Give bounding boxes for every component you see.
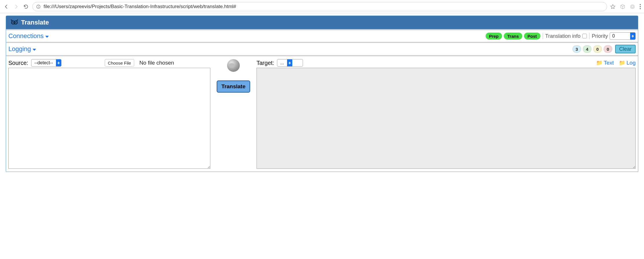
svg-point-6 <box>640 6 641 7</box>
owl-logo-icon <box>10 19 19 26</box>
connections-row: Connections Prep Trans Post Translation … <box>6 29 638 42</box>
svg-point-7 <box>640 8 641 9</box>
connections-toggle[interactable]: Connections <box>8 32 49 40</box>
priority-select[interactable]: 0 <box>610 32 636 40</box>
translation-info-label: Translation info <box>545 33 581 39</box>
source-textarea[interactable] <box>8 68 210 169</box>
svg-point-3 <box>630 5 634 8</box>
download-text-link[interactable]: 📁 Text <box>596 60 614 66</box>
extension-cube-icon[interactable] <box>620 4 626 10</box>
download-log-link[interactable]: 📁 Log <box>619 60 636 66</box>
log-count-info[interactable]: 3 <box>572 45 581 53</box>
bookmark-star-icon[interactable] <box>610 4 616 10</box>
svg-point-5 <box>640 4 641 5</box>
pill-post[interactable]: Post <box>524 33 540 40</box>
logging-toggle[interactable]: Logging <box>8 45 36 53</box>
divider <box>543 33 543 39</box>
globe-icon <box>227 59 240 72</box>
folder-download-icon: 📁 <box>596 60 602 66</box>
translation-info-checkbox[interactable] <box>582 34 587 38</box>
file-chosen-status: No file chosen <box>139 60 174 66</box>
pill-prep[interactable]: Prep <box>486 33 502 40</box>
site-info-icon[interactable] <box>36 4 41 9</box>
source-column: Source: --detect-- Choose File No file c… <box>8 58 210 169</box>
logging-label: Logging <box>8 45 31 53</box>
choose-file-button[interactable]: Choose File <box>105 59 134 67</box>
pill-trans[interactable]: Trans <box>504 33 522 40</box>
clear-log-button[interactable]: Clear <box>615 45 636 53</box>
connections-label: Connections <box>8 32 44 40</box>
source-language-select[interactable]: --detect-- <box>31 59 61 67</box>
divider <box>589 33 589 39</box>
target-language-select[interactable]: ... <box>277 59 303 67</box>
log-count-success[interactable]: 4 <box>583 45 591 53</box>
target-language-value: ... <box>277 60 287 65</box>
priority-label: Priority <box>592 33 608 39</box>
middle-column: Translate <box>210 58 257 93</box>
translate-area: Source: --detect-- Choose File No file c… <box>6 55 638 172</box>
app-title: Translate <box>21 19 49 26</box>
target-column: Target: ... 📁 Text 📁 Log <box>257 58 636 169</box>
back-button[interactable] <box>3 3 10 10</box>
log-count-warning[interactable]: 0 <box>593 45 602 53</box>
target-textarea[interactable] <box>257 68 636 169</box>
reload-button[interactable] <box>23 3 29 10</box>
select-arrows-icon <box>287 59 292 66</box>
app-container: Translate Connections Prep Trans Post Tr… <box>6 16 638 172</box>
svg-point-4 <box>632 5 634 7</box>
logging-row: Logging 3 4 0 0 Clear <box>6 42 638 55</box>
source-language-value: --detect-- <box>31 60 56 65</box>
target-label: Target: <box>257 60 274 66</box>
translate-button[interactable]: Translate <box>217 80 250 93</box>
select-arrows-icon <box>630 33 635 40</box>
source-label: Source: <box>8 60 28 66</box>
browser-menu-icon[interactable] <box>639 4 641 10</box>
svg-point-11 <box>15 22 16 23</box>
url-text: file:///Users/zapreevis/Projects/Basic-T… <box>44 4 236 10</box>
select-arrows-icon <box>56 59 61 66</box>
folder-download-icon: 📁 <box>619 60 625 66</box>
priority-value: 0 <box>610 33 630 39</box>
svg-point-10 <box>13 22 14 23</box>
extension-spiral-icon[interactable] <box>630 4 635 10</box>
svg-rect-2 <box>38 6 38 7</box>
address-bar[interactable]: file:///Users/zapreevis/Projects/Basic-T… <box>32 2 607 11</box>
log-count-error[interactable]: 0 <box>604 45 612 53</box>
caret-down-icon <box>33 49 36 51</box>
caret-down-icon <box>45 36 49 38</box>
app-header: Translate <box>6 16 638 29</box>
browser-toolbar: file:///Users/zapreevis/Projects/Basic-T… <box>0 0 644 13</box>
forward-button[interactable] <box>13 3 20 10</box>
svg-point-1 <box>38 5 39 6</box>
